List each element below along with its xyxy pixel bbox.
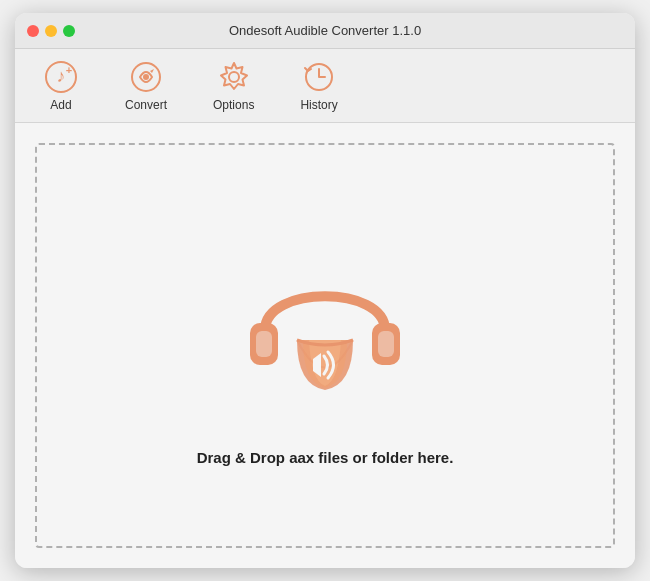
app-window: Ondesoft Audible Converter 1.1.0 ♪ + Add [15,13,635,568]
drop-zone[interactable]: Drag & Drop aax files or folder here. [35,143,615,548]
convert-icon [128,59,164,95]
add-icon: ♪ + [43,59,79,95]
options-icon [216,59,252,95]
traffic-lights [27,25,75,37]
maximize-button[interactable] [63,25,75,37]
svg-rect-9 [256,331,272,357]
svg-point-5 [229,72,239,82]
convert-button[interactable]: Convert [117,55,175,116]
minimize-button[interactable] [45,25,57,37]
svg-text:♪: ♪ [57,66,66,86]
toolbar: ♪ + Add Convert [15,49,635,123]
add-button[interactable]: ♪ + Add [35,55,87,116]
convert-label: Convert [125,98,167,112]
title-bar: Ondesoft Audible Converter 1.1.0 [15,13,635,49]
add-label: Add [50,98,71,112]
window-title: Ondesoft Audible Converter 1.1.0 [229,23,421,38]
drop-zone-text: Drag & Drop aax files or folder here. [197,449,454,466]
history-icon [301,59,337,95]
history-button[interactable]: History [292,55,345,116]
svg-text:+: + [66,64,72,76]
options-label: Options [213,98,254,112]
svg-point-4 [143,74,149,80]
options-button[interactable]: Options [205,55,262,116]
close-button[interactable] [27,25,39,37]
main-content: Drag & Drop aax files or folder here. [15,123,635,568]
history-label: History [300,98,337,112]
svg-rect-10 [378,331,394,357]
drop-icon [225,225,425,429]
